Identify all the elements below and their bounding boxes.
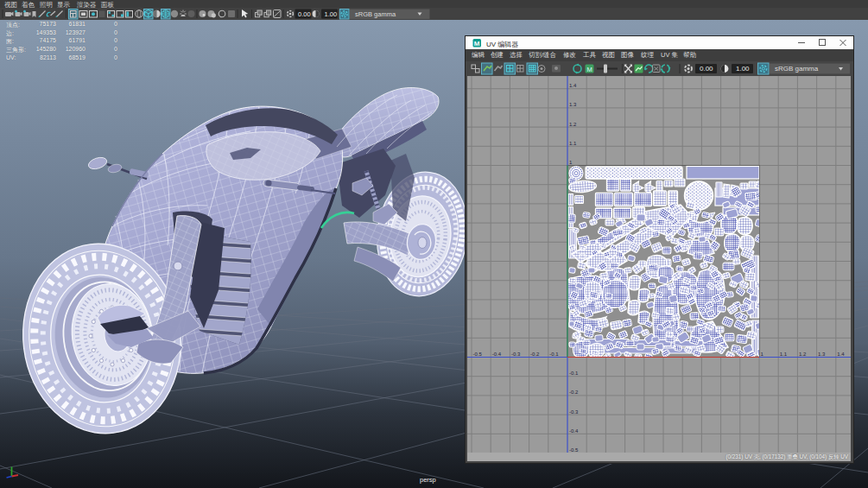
svg-text:1.3: 1.3: [569, 102, 577, 107]
svg-text:1.4: 1.4: [569, 83, 577, 88]
svg-text:1.2: 1.2: [799, 352, 807, 357]
svg-text:M: M: [474, 40, 480, 48]
svg-text:M: M: [586, 66, 592, 73]
svg-text:-0.4: -0.4: [492, 352, 502, 357]
svg-text:1.00: 1.00: [736, 65, 750, 73]
svg-text:-0.4: -0.4: [569, 428, 579, 434]
svg-text:-0.1: -0.1: [569, 371, 579, 376]
svg-text:(0/231) UV 壳, (0/17132) 重叠 UV,: (0/231) UV 壳, (0/17132) 重叠 UV, (0/104) 反…: [725, 453, 848, 460]
svg-text:-0.1: -0.1: [549, 352, 559, 357]
svg-text:0.00: 0.00: [700, 65, 713, 73]
svg-text:-0.5: -0.5: [569, 447, 579, 453]
svg-text:1.2: 1.2: [569, 122, 577, 127]
svg-text:-0.2: -0.2: [569, 390, 579, 395]
svg-text:-0.3: -0.3: [511, 352, 521, 357]
svg-text:-0.5: -0.5: [473, 352, 483, 357]
svg-text:1.4: 1.4: [837, 352, 845, 357]
svg-text:sRGB gamma: sRGB gamma: [775, 65, 819, 73]
svg-text:-0.2: -0.2: [530, 352, 540, 357]
svg-text:1.1: 1.1: [780, 352, 788, 357]
svg-text:1.1: 1.1: [569, 141, 577, 146]
svg-text:1.3: 1.3: [818, 352, 826, 357]
svg-text:-0.3: -0.3: [569, 409, 579, 415]
